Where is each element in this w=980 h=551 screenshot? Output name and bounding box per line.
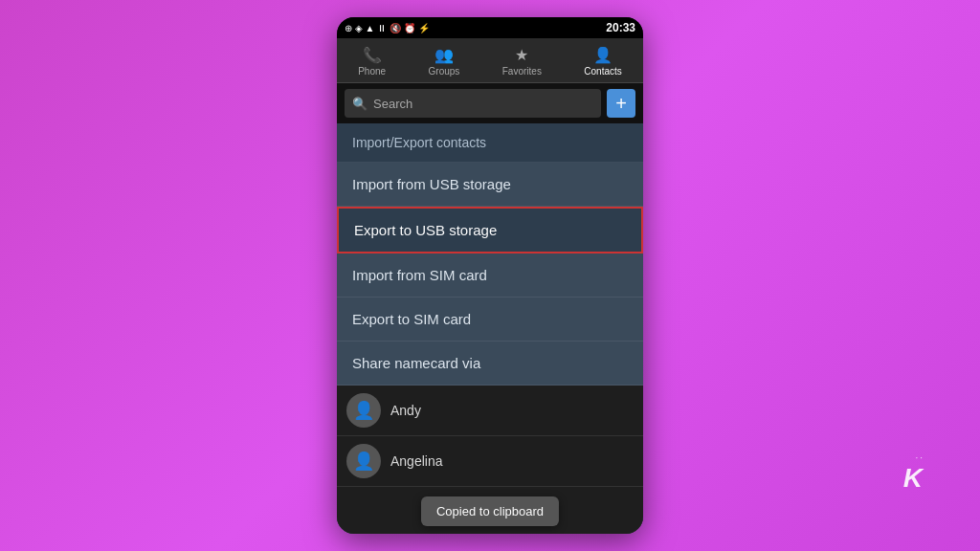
tab-favorites[interactable]: ★ Favorites (495, 44, 549, 78)
status-bar: ⊕ ◈ ▲ ⏸ 🔇 ⏰ ⚡ 20:33 (337, 17, 643, 38)
tab-phone[interactable]: 📞 Phone (350, 44, 393, 78)
tab-groups-label: Groups (429, 66, 460, 77)
tab-groups[interactable]: 👥 Groups (421, 44, 468, 78)
brand-logo: K (903, 463, 923, 494)
contact-name-andy: Andy (390, 403, 421, 418)
contacts-list: 👤 Andy 👤 Angelina Copied to clipboard (337, 386, 643, 534)
tab-contacts-label: Contacts (584, 66, 621, 77)
clock: 20:33 (606, 21, 635, 34)
search-input[interactable]: 🔍 Search (345, 89, 601, 118)
import-from-usb-button[interactable]: Import from USB storage (337, 163, 643, 207)
import-export-menu: Import/Export contacts Import from USB s… (337, 123, 643, 534)
favorites-icon: ★ (515, 46, 528, 64)
contact-row-andy: 👤 Andy (337, 386, 643, 436)
tab-phone-label: Phone (358, 66, 386, 77)
brand-dots: ·· (915, 452, 924, 463)
add-contact-button[interactable]: + (607, 89, 635, 118)
phone-icon: 📞 (363, 46, 382, 64)
nav-tabs: 📞 Phone 👥 Groups ★ Favorites 👤 Contacts (337, 38, 643, 83)
export-to-usb-button[interactable]: Export to USB storage (337, 207, 643, 253)
tab-favorites-label: Favorites (502, 66, 542, 77)
toast-message: Copied to clipboard (421, 496, 559, 526)
contact-name-angelina: Angelina (390, 453, 443, 469)
share-namecard-button[interactable]: Share namecard via (337, 342, 643, 386)
menu-title: Import/Export contacts (337, 123, 643, 163)
export-to-sim-button[interactable]: Export to SIM card (337, 298, 643, 342)
search-icon: 🔍 (352, 97, 368, 111)
avatar-angelina: 👤 (346, 444, 381, 478)
notification-icons: ⊕ ◈ ▲ ⏸ 🔇 ⏰ ⚡ (345, 23, 430, 33)
phone-frame: ⊕ ◈ ▲ ⏸ 🔇 ⏰ ⚡ 20:33 📞 Phone 👥 Groups ★ F… (337, 17, 643, 534)
contacts-icon: 👤 (593, 46, 612, 64)
status-icons: ⊕ ◈ ▲ ⏸ 🔇 ⏰ ⚡ (345, 23, 430, 33)
search-bar: 🔍 Search + (337, 83, 643, 123)
avatar-andy: 👤 (346, 393, 381, 428)
tab-contacts[interactable]: 👤 Contacts (576, 44, 629, 78)
groups-icon: 👥 (434, 46, 454, 64)
search-placeholder: Search (373, 97, 412, 111)
contact-row-angelina: 👤 Angelina (337, 436, 643, 487)
import-from-sim-button[interactable]: Import from SIM card (337, 253, 643, 298)
